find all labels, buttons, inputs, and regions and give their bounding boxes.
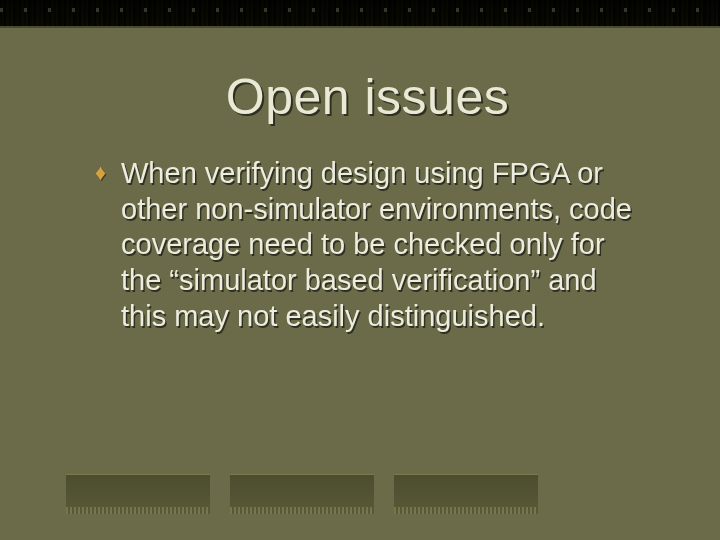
- footer-bar: [394, 474, 538, 514]
- slide-body: ♦ When verifying design using FPGA or ot…: [95, 156, 640, 334]
- slide-content: Open issues ♦ When verifying design usin…: [0, 28, 720, 540]
- slide-body-text: When verifying design using FPGA or othe…: [121, 156, 640, 334]
- decorative-top-border: [0, 0, 720, 28]
- slide-title: Open issues: [95, 68, 640, 126]
- footer-bar: [66, 474, 210, 514]
- decorative-footer-bars: [66, 474, 538, 514]
- footer-bar: [230, 474, 374, 514]
- diamond-bullet-icon: ♦: [95, 162, 106, 184]
